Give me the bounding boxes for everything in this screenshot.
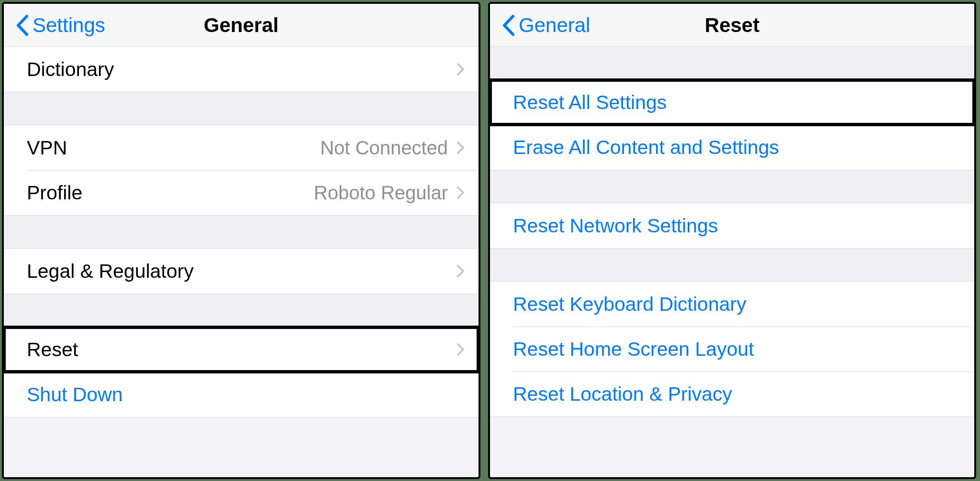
row-label: Reset Keyboard Dictionary [513,293,961,316]
group-dictionary: Dictionary [4,47,479,92]
row-profile[interactable]: Profile Roboto Regular [4,170,479,215]
row-erase-all-content[interactable]: Erase All Content and Settings [490,125,974,170]
chevron-right-icon [457,141,465,154]
row-shut-down[interactable]: Shut Down [4,372,479,417]
group-spacer [490,249,974,281]
group-spacer [4,294,479,327]
row-dictionary[interactable]: Dictionary [4,47,479,92]
group-spacer [490,170,974,203]
row-detail: Roboto Regular [314,182,448,204]
row-reset-all-settings[interactable]: Reset All Settings [490,80,974,125]
nav-title-reset: Reset [705,14,759,37]
row-label: Shut Down [27,383,465,406]
row-label: Reset Network Settings [513,215,961,237]
nav-bar-general: Settings General [4,4,479,47]
row-reset[interactable]: Reset [4,327,479,372]
group-spacer [4,216,479,248]
row-label: VPN [27,137,320,159]
chevron-left-icon [501,14,516,36]
row-label: Erase All Content and Settings [513,136,961,159]
group-spacer [4,92,479,125]
chevron-right-icon [457,343,465,356]
group-reset-shutdown: Reset Shut Down [4,327,479,417]
chevron-left-icon [15,14,30,36]
row-reset-keyboard-dictionary[interactable]: Reset Keyboard Dictionary [490,282,974,327]
group-vpn-profile: VPN Not Connected Profile Roboto Regular [4,125,479,216]
panel-divider [482,0,486,481]
row-label: Legal & Regulatory [27,260,457,283]
row-reset-network-settings[interactable]: Reset Network Settings [490,203,974,248]
row-label: Reset Location & Privacy [513,383,961,405]
row-legal-regulatory[interactable]: Legal & Regulatory [4,249,479,294]
general-content: Dictionary VPN Not Connected Profile Rob… [4,47,479,477]
group-reset-erase: Reset All Settings Erase All Content and… [490,79,974,170]
row-detail: Not Connected [320,137,448,159]
row-label: Reset [27,339,457,361]
row-label: Reset All Settings [513,91,961,114]
group-reset-other: Reset Keyboard Dictionary Reset Home Scr… [490,281,974,417]
row-reset-home-screen-layout[interactable]: Reset Home Screen Layout [490,327,974,372]
nav-bar-reset: General Reset [490,4,974,47]
general-settings-panel: Settings General Dictionary VPN Not Conn… [2,2,480,479]
chevron-right-icon [457,264,465,278]
row-label: Dictionary [27,58,457,81]
back-label: Settings [33,14,105,37]
row-label: Profile [27,182,314,204]
back-label: General [519,14,590,37]
nav-title-general: General [204,14,278,37]
group-spacer [490,47,974,79]
chevron-right-icon [457,186,465,199]
reset-content: Reset All Settings Erase All Content and… [490,47,974,477]
row-vpn[interactable]: VPN Not Connected [4,125,479,170]
row-reset-location-privacy[interactable]: Reset Location & Privacy [490,372,974,416]
chevron-right-icon [457,63,465,76]
row-label: Reset Home Screen Layout [513,338,961,361]
group-legal: Legal & Regulatory [4,248,479,294]
back-to-settings-button[interactable]: Settings [15,14,105,37]
reset-settings-panel: General Reset Reset All Settings Erase A… [488,2,976,479]
back-to-general-button[interactable]: General [501,14,590,37]
group-reset-network: Reset Network Settings [490,203,974,249]
